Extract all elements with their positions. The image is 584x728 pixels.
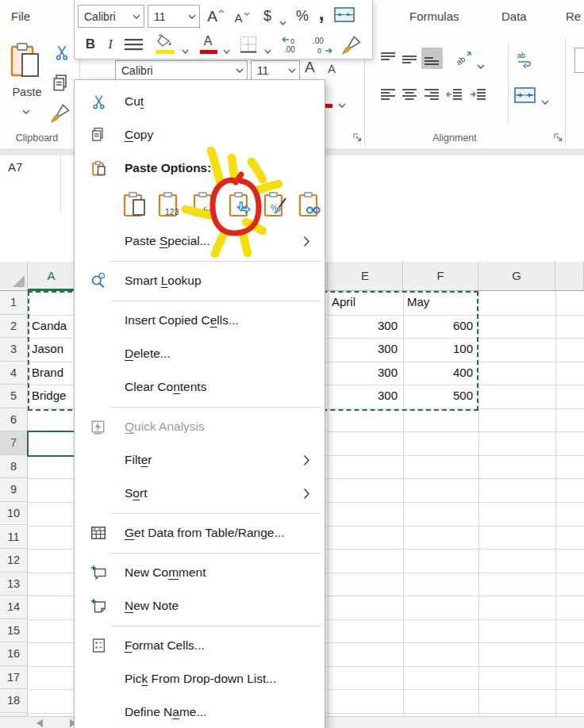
- font-name-select[interactable]: Calibri: [78, 5, 144, 28]
- tab-review[interactable]: Re: [566, 10, 581, 23]
- shrink-font-button[interactable]: A: [231, 8, 253, 28]
- column-header-partial[interactable]: [555, 262, 584, 290]
- row-header-7[interactable]: 7: [0, 431, 28, 455]
- font-size-select[interactable]: 11: [251, 60, 300, 80]
- tab-file[interactable]: File: [11, 10, 30, 23]
- cell-E1[interactable]: April: [328, 291, 402, 314]
- paste-button[interactable]: Paste: [8, 40, 46, 127]
- chevron-down-icon[interactable]: [338, 97, 346, 111]
- tab-data[interactable]: Data: [501, 10, 527, 23]
- row-header-14[interactable]: 14: [0, 596, 28, 619]
- column-header-E[interactable]: E: [328, 262, 403, 290]
- grow-font-button[interactable]: A: [204, 5, 228, 28]
- cell-F4[interactable]: 400: [403, 362, 478, 385]
- cell-E4[interactable]: 300: [328, 362, 402, 385]
- menu-item-sort[interactable]: Sort: [75, 477, 325, 510]
- menu-item-insert-copied-cells[interactable]: Insert Copied Cells...: [75, 304, 325, 337]
- font-color-button[interactable]: A: [198, 33, 217, 49]
- cell-E3[interactable]: 300: [328, 338, 402, 361]
- grow-font-button[interactable]: A: [305, 59, 315, 76]
- merge-center-icon[interactable]: [514, 87, 536, 107]
- chevron-down-icon[interactable]: [264, 43, 271, 57]
- font-dialog-launcher-icon[interactable]: [352, 132, 363, 142]
- paste-keep-source-formatting-icon[interactable]: [122, 190, 148, 220]
- row-header-9[interactable]: 9: [0, 478, 28, 502]
- menu-item-copy[interactable]: Copy: [75, 118, 325, 151]
- row-header-8[interactable]: 8: [0, 455, 28, 479]
- row-header-11[interactable]: 11: [0, 526, 28, 550]
- row-header-6[interactable]: 6: [0, 408, 28, 432]
- row-header-4[interactable]: 4: [0, 362, 28, 385]
- menu-item-delete[interactable]: Delete...: [75, 337, 325, 370]
- format-painter-icon[interactable]: [49, 103, 73, 127]
- shrink-font-button[interactable]: A: [328, 62, 336, 75]
- comma-style-button[interactable]: ,: [315, 0, 328, 25]
- menu-item-paste-special[interactable]: Paste Special...: [75, 224, 325, 258]
- alignment-dialog-launcher-icon[interactable]: [553, 132, 563, 142]
- cell-A2[interactable]: Canda: [28, 315, 75, 338]
- column-header-F[interactable]: F: [403, 262, 478, 290]
- row-header-13[interactable]: 13: [0, 573, 28, 596]
- row-header-3[interactable]: 3: [0, 338, 28, 362]
- menu-item-filter[interactable]: Filter: [75, 443, 325, 477]
- top-align-icon[interactable]: [381, 52, 396, 67]
- paste-values-and-formatting-icon[interactable]: %: [263, 190, 289, 220]
- bold-button[interactable]: B: [83, 33, 98, 56]
- decrease-indent-icon[interactable]: [446, 89, 463, 105]
- chevron-down-icon[interactable]: [182, 43, 189, 57]
- merge-center-icon[interactable]: [334, 7, 355, 26]
- cell-F1[interactable]: May: [403, 291, 478, 314]
- paste-values-icon[interactable]: 123: [157, 190, 183, 220]
- menu-item-format-cells[interactable]: Format Cells...: [75, 629, 325, 662]
- select-all-button[interactable]: [0, 262, 28, 290]
- row-header-16[interactable]: 16: [0, 642, 28, 666]
- font-size-select[interactable]: 11: [148, 5, 200, 28]
- row-header-1[interactable]: 1: [0, 291, 28, 315]
- font-name-select[interactable]: Calibri: [115, 60, 248, 80]
- cell-A3[interactable]: Jason: [28, 338, 75, 361]
- number-format-select[interactable]: [574, 48, 584, 73]
- menu-item-smart-lookup[interactable]: iSmart Lookup: [75, 264, 325, 297]
- row-header-2[interactable]: 2: [0, 315, 28, 339]
- menu-item-clear-contents[interactable]: Clear Contents: [75, 370, 325, 404]
- borders-icon[interactable]: [240, 36, 258, 57]
- cut-icon[interactable]: [54, 44, 70, 63]
- chevron-down-icon[interactable]: [223, 43, 230, 57]
- cell-E5[interactable]: 300: [328, 385, 402, 408]
- row-header-5[interactable]: 5: [0, 385, 28, 408]
- name-box[interactable]: A7: [8, 160, 22, 174]
- tab-formulas[interactable]: Formulas: [409, 10, 459, 23]
- column-header-A[interactable]: A: [28, 262, 75, 290]
- percent-style-button[interactable]: %: [292, 5, 313, 28]
- menu-item-cut[interactable]: Cut: [75, 85, 325, 118]
- paste-formulas-icon[interactable]: fx: [193, 190, 219, 220]
- align-left-icon[interactable]: [381, 89, 396, 105]
- increase-indent-icon[interactable]: [470, 89, 486, 105]
- center-align-icon[interactable]: [125, 39, 144, 55]
- menu-item-new-comment[interactable]: New Comment: [75, 556, 325, 589]
- chevron-down-icon[interactable]: [541, 94, 549, 108]
- increase-decimal-button[interactable]: .000: [310, 35, 336, 56]
- menu-item-define-name[interactable]: Define Name...: [75, 695, 325, 728]
- bottom-align-icon[interactable]: [425, 54, 440, 71]
- row-header-17[interactable]: 17: [0, 666, 28, 690]
- orientation-icon[interactable]: ab: [453, 51, 474, 71]
- cell-A5[interactable]: Bridge: [28, 385, 75, 408]
- row-header-18[interactable]: 18: [0, 689, 28, 713]
- cell-E2[interactable]: 300: [328, 315, 402, 338]
- copy-icon[interactable]: [52, 73, 71, 97]
- menu-item-new-note[interactable]: New Note: [75, 589, 325, 623]
- cell-A4[interactable]: Brand: [28, 362, 75, 385]
- column-header-G[interactable]: G: [478, 262, 555, 290]
- cell-F5[interactable]: 500: [403, 385, 478, 408]
- accounting-format-button[interactable]: $: [256, 5, 279, 28]
- row-header-15[interactable]: 15: [0, 619, 28, 643]
- paste-transpose-icon[interactable]: [228, 190, 254, 220]
- align-center-icon[interactable]: [402, 89, 417, 105]
- scroll-left-icon[interactable]: [36, 719, 43, 727]
- row-header-10[interactable]: 10: [0, 502, 28, 526]
- middle-align-icon[interactable]: [402, 54, 417, 69]
- cell-F3[interactable]: 100: [403, 338, 478, 361]
- wrap-text-icon[interactable]: ab: [517, 51, 534, 71]
- row-header-12[interactable]: 12: [0, 549, 28, 573]
